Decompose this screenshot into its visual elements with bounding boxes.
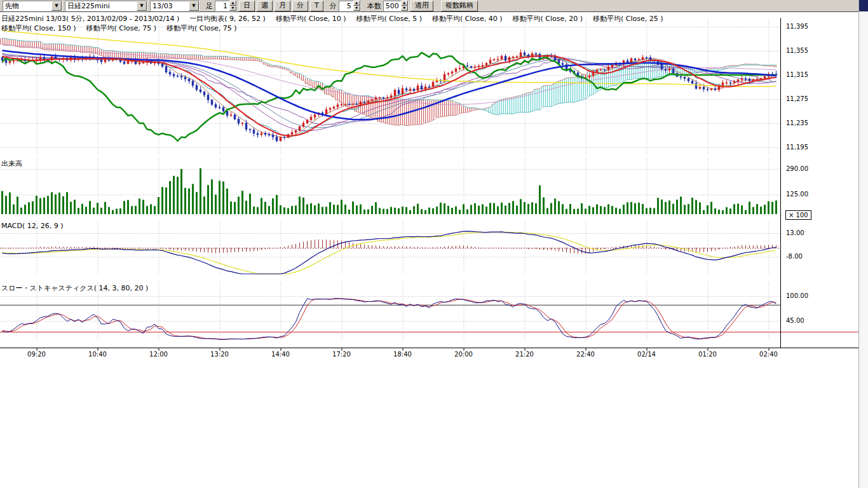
time-axis-label: 21:20: [515, 351, 534, 358]
price-axis-label: 11,315: [786, 71, 808, 78]
price-axis-label: 11,275: [786, 95, 808, 102]
legend-item: 移動平均( Close, 10 ): [276, 15, 346, 23]
legend-item: 日経225mini 13/03( 5分, 2013/02/09 - 2013/0…: [1, 15, 179, 23]
time-axis-label: 02/14: [637, 351, 656, 358]
time-axis-label: 12:00: [149, 351, 168, 358]
legend-line-2: 移動平均( Close, 150 )移動平均( Close, 75 )移動平均(…: [1, 24, 247, 33]
stoch-axis-label: 45.00: [786, 317, 804, 324]
macd-axis-label: 13.00: [786, 229, 804, 236]
chart-window: 先物 ▼ 日経225mini ▼ 13/03 ▼ 足 1 ▲▼ 日 週 月 分 …: [0, 0, 868, 488]
time-axis-label: 17:20: [332, 351, 351, 358]
legend-item: 移動平均( Close, 25 ): [593, 15, 663, 23]
volume-multiplier-badge: × 100: [785, 210, 811, 220]
chart-canvas[interactable]: [0, 0, 868, 356]
time-axis-label: 22:40: [576, 351, 595, 358]
price-axis-label: 11,235: [786, 119, 808, 126]
legend-item: 移動平均( Close, 75 ): [166, 24, 237, 32]
legend-item: 移動平均( Close, 40 ): [432, 15, 503, 23]
time-axis-label: 18:40: [393, 351, 412, 358]
vertical-scrollbar[interactable]: [858, 0, 868, 488]
legend-item: 移動平均( Close, 20 ): [513, 15, 583, 23]
legend-item: 移動平均( Close, 75 ): [86, 24, 157, 32]
price-axis-label: 11,395: [786, 23, 808, 30]
time-axis-label: 09:20: [27, 351, 46, 358]
macd-pane-label: MACD( 12, 26, 9 ): [1, 222, 64, 230]
legend-item: 移動平均( Close, 5 ): [356, 15, 422, 23]
macd-axis-label: -8.00: [786, 253, 803, 260]
legend-item: 移動平均( Close, 150 ): [1, 24, 76, 32]
volume-axis-label: 290.00: [786, 165, 808, 172]
legend-line-1: 日経225mini 13/03( 5分, 2013/02/09 - 2013/0…: [1, 14, 674, 24]
time-axis-label: 02:40: [759, 351, 778, 358]
volume-pane-label: 出来高: [1, 159, 22, 168]
legend-item: 一目均衡表( 9, 26, 52 ): [189, 15, 266, 23]
time-axis-label: 20:00: [454, 351, 473, 358]
time-axis-label: 13:20: [210, 351, 229, 358]
time-axis-label: 01:20: [698, 351, 717, 358]
price-axis-label: 11,195: [786, 144, 808, 151]
time-axis-label: 10:40: [88, 351, 107, 358]
time-axis-label: 14:40: [271, 351, 290, 358]
price-axis-label: 11,355: [786, 47, 808, 54]
stoch-axis-label: 100.00: [786, 292, 808, 299]
volume-axis-label: 125.00: [786, 191, 808, 198]
stoch-pane-label: スロー・ストキャスティクス( 14, 3, 80, 20 ): [1, 283, 148, 293]
scrollbar-thumb[interactable]: [859, 0, 868, 11]
